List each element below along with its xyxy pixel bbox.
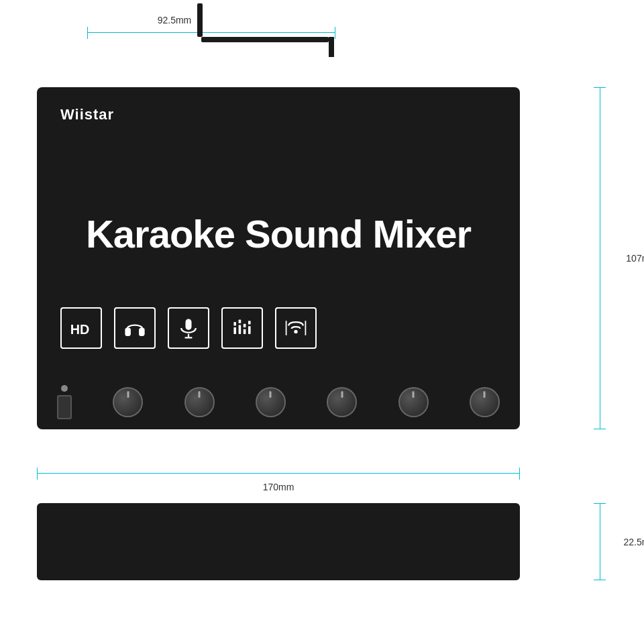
knob-1 — [113, 387, 143, 417]
svg-rect-3 — [186, 319, 192, 330]
svg-rect-1 — [126, 329, 130, 335]
knob-5 — [398, 387, 429, 417]
knob-2 — [184, 387, 215, 417]
right-dimension-label: 107mm — [626, 87, 644, 429]
bottom-dimension-label: 170mm — [263, 482, 294, 492]
product-image: 92.5mm Wiistar Karaoke Sound Mixer HD — [0, 0, 644, 644]
svg-point-14 — [294, 330, 297, 333]
feature-icons-row: HD — [60, 307, 317, 349]
svg-rect-13 — [247, 325, 252, 327]
knob-circle-6 — [470, 387, 500, 417]
front-right-dimension-label: 22.5mm — [623, 503, 644, 580]
knob-circle-5 — [398, 387, 429, 417]
knob-4 — [327, 387, 357, 417]
svg-rect-12 — [242, 327, 247, 329]
microphone-icon-box — [168, 307, 209, 349]
front-right-dimension-line — [587, 503, 607, 580]
product-title: Karaoke Sound Mixer — [37, 211, 520, 256]
bottom-dimension-line — [37, 466, 520, 480]
svg-rect-9 — [248, 321, 251, 334]
knob-circle-4 — [327, 387, 357, 417]
svg-rect-10 — [233, 325, 237, 327]
power-knob-area — [57, 385, 72, 419]
svg-rect-2 — [140, 329, 144, 335]
microphone-icon — [176, 316, 201, 340]
front-panel-view: OFF/ON Mic A Mic B Reverb Tone — [37, 503, 520, 580]
equalizer-icon — [230, 316, 254, 340]
headphone-icon-box — [114, 307, 156, 349]
svg-text:HD: HD — [70, 322, 90, 337]
hd-icon: HD — [69, 316, 93, 340]
right-dimension-line — [587, 87, 607, 429]
wireless-icon-box — [275, 307, 317, 349]
knob-6 — [470, 387, 500, 417]
knob-circle-2 — [184, 387, 215, 417]
knob-circle-1 — [113, 387, 143, 417]
led-indicator — [61, 385, 68, 392]
svg-rect-11 — [237, 323, 242, 325]
svg-rect-6 — [233, 322, 236, 334]
headphone-icon — [123, 316, 147, 340]
top-dimension-label: 92.5mm — [158, 15, 192, 25]
knob-3 — [256, 387, 286, 417]
equalizer-icon-box — [221, 307, 263, 349]
brand-label: Wiistar — [60, 106, 114, 123]
power-switch-top — [57, 395, 72, 419]
wireless-icon — [284, 316, 308, 340]
device-top-view: Wiistar Karaoke Sound Mixer HD — [37, 87, 520, 429]
top-view-knobs — [37, 385, 520, 419]
svg-rect-7 — [239, 319, 241, 334]
knob-circle-3 — [256, 387, 286, 417]
hd-icon-box: HD — [60, 307, 102, 349]
